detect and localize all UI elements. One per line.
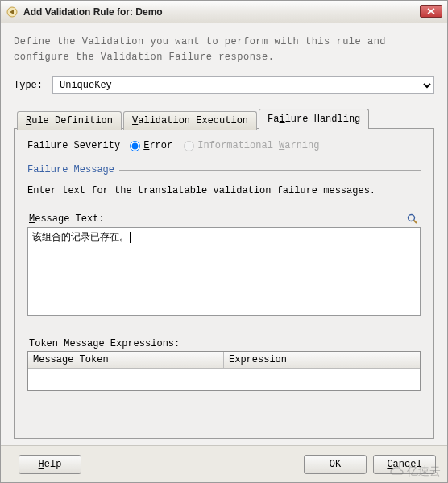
tab-rule-definition[interactable]: Rule Definition (17, 111, 122, 130)
svg-point-1 (409, 215, 415, 221)
radio-error-input[interactable] (130, 141, 140, 151)
group-failure-message: Failure Message (27, 164, 421, 175)
app-icon (6, 6, 19, 19)
type-label: Type: (14, 80, 52, 91)
dialog-description: Define the Validation you want to perfor… (14, 35, 434, 65)
type-row: Type: UniqueKey (14, 76, 434, 94)
message-text-label: Message Text: (29, 213, 105, 225)
dialog-window: Add Validation Rule for: Demo Define the… (0, 0, 448, 483)
radio-informational-warning: Informational Warning (184, 140, 319, 151)
radio-error[interactable]: Error (130, 140, 172, 151)
close-button[interactable] (420, 5, 442, 18)
title-bar[interactable]: Add Validation Rule for: Demo (1, 1, 447, 23)
group-divider (119, 170, 421, 171)
dialog-body: Define the Validation you want to perfor… (1, 23, 447, 445)
help-button[interactable]: Help (19, 455, 81, 474)
search-icon[interactable] (406, 213, 419, 225)
ok-button[interactable]: OK (304, 455, 367, 474)
col-message-token[interactable]: Message Token (28, 352, 224, 368)
tab-validation-execution[interactable]: Validation Execution (123, 111, 257, 130)
message-text-input[interactable]: 该组合的记录已存在。 (27, 227, 421, 316)
tabs-container: Rule Definition Validation Execution Fai… (14, 109, 434, 439)
group-title: Failure Message (27, 164, 114, 175)
table-header: Message Token Expression (28, 352, 420, 369)
radio-warning-input (184, 141, 194, 151)
tab-strip: Rule Definition Validation Execution Fai… (14, 109, 434, 129)
dialog-footer: Help OK Cancel (1, 445, 447, 482)
message-text-row: Message Text: (27, 213, 421, 227)
severity-row: Failure Severity Error Informational War… (27, 140, 421, 151)
tab-failure-handling[interactable]: Failure Handling (259, 109, 369, 129)
severity-label: Failure Severity (27, 140, 120, 151)
token-expressions-table[interactable]: Message Token Expression (27, 351, 421, 391)
token-expressions-label: Token Message Expressions: (29, 338, 419, 349)
instruction-text: Enter text for the translatable validati… (27, 185, 421, 196)
col-expression[interactable]: Expression (224, 352, 420, 368)
window-title: Add Validation Rule for: Demo (23, 6, 163, 18)
text-caret (130, 232, 131, 243)
cancel-button[interactable]: Cancel (373, 455, 436, 474)
type-select[interactable]: UniqueKey (52, 76, 434, 94)
tab-panel-failure-handling: Failure Severity Error Informational War… (14, 128, 434, 439)
svg-line-2 (414, 221, 417, 224)
